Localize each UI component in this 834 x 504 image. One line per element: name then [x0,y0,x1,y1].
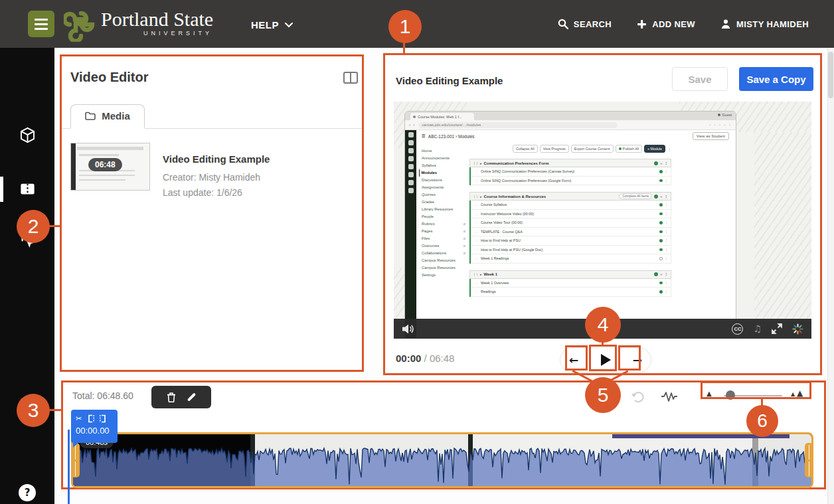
add-new-label: ADD NEW [652,19,695,29]
media-list-panel: Video Editor Media 06:48 Video Editing E… [60,54,364,372]
canvas-module-item: ⋮⋮Week 1 Readings⋮ [471,254,671,264]
published-icon [659,170,663,173]
help-label: HELP [251,19,279,31]
razor-split-icon[interactable] [187,392,195,401]
panel-title: Video Editor [70,70,148,85]
canvas-modules-list: ⋮⋮▸Communication Preferences Form+⋮⋮⋮Onl… [469,159,671,297]
canvas-nav-item: People [422,213,465,220]
canvas-module: ⋮⋮▸Course Information & ResourcesComplet… [469,192,671,264]
canvas-nav-item: Syllabus [422,162,465,169]
save-button[interactable]: Save [672,67,728,91]
page-scrollbar-thumb[interactable] [828,52,833,98]
canvas-module-item: ⋮⋮Instructor Welcome Video (00:00)⋮ [471,210,671,219]
browser-tab: Course Modules: Web 1 f... [410,113,474,120]
user-menu[interactable]: MISTY HAMIDEH [720,19,809,29]
timeline-playhead[interactable] [68,430,70,504]
canvas-nav-item: Assignments [422,184,465,191]
callout-line-1 [403,42,405,54]
canvas-module-item: ⋮⋮How to Find Help at PSU⋮ [471,236,671,246]
media-item-thumbnail[interactable]: 06:48 [70,143,150,191]
volume-icon[interactable] [402,323,415,335]
sidebar-item-media[interactable] [0,126,54,144]
editor-clip-icon [19,180,37,198]
canvas-module-item: ⋮⋮Online SINQ Communication Preferences … [471,167,671,177]
canvas-toolbar: Collapse AllView ProgressExport Course C… [469,145,671,153]
canvas-nav-item: Collaborationsø [422,250,465,257]
add-new-button[interactable]: ADD NEW [637,19,695,29]
user-name: MISTY HAMIDEH [736,19,809,29]
published-icon [659,282,663,285]
undo-icon[interactable] [631,389,645,404]
nav-hidden-icon: ø [463,235,465,242]
canvas-course-nav: HomeAnnouncementsSyllabusModulesDiscussi… [422,147,465,279]
canvas-nav-item: Modules [419,169,466,177]
callout-circle-3: 3 [17,394,50,427]
canvas-nav-item: Quizzes [422,191,465,199]
timeline-total-duration: Total: 06:48.60 [72,390,133,401]
playhead-tooltip: ✂ 00:00.00 [71,410,118,443]
search-label: SEARCH [574,19,612,29]
published-icon [659,203,663,207]
published-icon [659,248,663,252]
set-in-icon[interactable] [87,414,94,423]
canvas-toolbar-button: Collapse All [513,145,538,153]
audio-waveform [73,434,811,486]
canvas-module-header: ⋮⋮▸Course Information & ResourcesComplet… [469,192,671,201]
callout-box-zoom-slider [701,381,811,399]
media-item-updated: Last update: 1/6/26 [163,187,242,198]
canvas-module-header: ⋮⋮▸Week 1+⋮ [469,270,671,279]
waveform-icon[interactable] [661,390,678,402]
tab-media[interactable]: Media [70,104,145,129]
published-icon [659,230,663,234]
nav-hidden-icon: ø [463,220,465,228]
canvas-module-item: ⋮⋮Week 1 Overview⋮ [471,279,671,288]
nav-hidden-icon: ø [463,242,465,250]
timeline-clip[interactable]: 06:48s [71,432,813,488]
sidebar-item-help[interactable]: ? [0,484,54,501]
kaltura-logo-icon [792,323,803,335]
canvas-nav-item: Library Resources [422,206,465,213]
video-player[interactable]: Course Modules: Web 1 f... Guest ‹ › can… [394,102,811,339]
complete-all-items-badge: Complete All Items [619,193,652,199]
player-time-display: 00:00 / 06:48 [396,353,454,364]
time-total: / 06:48 [424,353,455,364]
captions-button[interactable]: CC [732,323,743,335]
callout-box-step-forward [618,345,641,371]
published-icon [659,212,663,216]
canvas-module: ⋮⋮▸Week 1+⋮⋮⋮Week 1 Overview⋮⋮⋮Readings⋮ [469,270,671,297]
video-frame-browser: Course Modules: Web 1 f... Guest ‹ › can… [404,111,736,339]
search-button[interactable]: SEARCH [558,19,612,29]
plus-icon [637,19,647,29]
trim-handle-right[interactable] [805,443,813,477]
canvas-nav-item: Campus Resources [422,257,465,264]
canvas-module: ⋮⋮▸Communication Preferences Form+⋮⋮⋮Onl… [469,159,671,185]
save-a-copy-button[interactable]: Save a Copy [739,67,813,91]
media-item-title[interactable]: Video Editing Example [163,153,270,165]
help-menu[interactable]: HELP [251,19,293,31]
time-current: 00:00 [396,353,421,364]
canvas-module-item: ⋮⋮How to Find Help at PSU (Google Doc)⋮ [471,246,671,255]
cut-icon[interactable]: ✂ [76,414,82,423]
audio-track-icon[interactable]: ♫ [753,323,762,334]
page-scrollbar[interactable] [827,48,834,504]
set-out-icon[interactable] [100,414,107,423]
sidebar-item-editor[interactable] [0,180,54,198]
trash-icon[interactable] [167,392,176,402]
callout-circle-1: 1 [388,10,422,43]
trim-handle-left[interactable] [71,443,80,477]
collapse-panel-button[interactable] [343,72,358,86]
canvas-nav-item: Settings [422,272,465,279]
canvas-toolbar-menu-icon: ⋮ [667,147,671,151]
callout-line-3 [49,409,62,411]
canvas-toolbar-button: View Progress [540,145,569,153]
tab-media-label: Media [102,110,130,122]
canvas-global-nav [405,130,416,339]
fullscreen-icon[interactable] [772,323,782,334]
canvas-nav-item: Discussions [422,177,465,184]
question-icon: ? [25,487,31,499]
hamburger-menu-button[interactable] [28,11,54,37]
brand-line2: UNIVERSITY [101,30,213,37]
canvas-module-item: ⋮⋮Readings⋮ [471,288,671,297]
canvas-nav-item: Grades [422,199,465,206]
decor-pattern [754,132,811,319]
